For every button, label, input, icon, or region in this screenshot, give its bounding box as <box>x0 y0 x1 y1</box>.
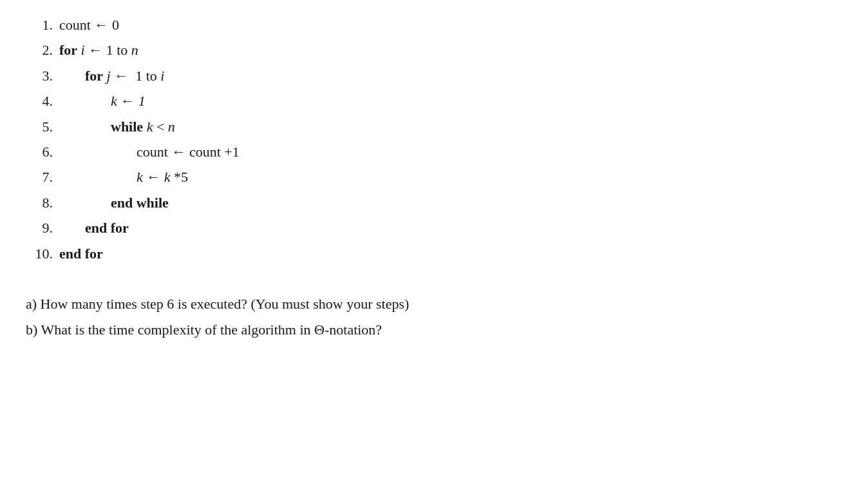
line-content-2: for i ← 1 to n <box>59 38 138 62</box>
line-content-6: count ← count +1 <box>59 140 240 164</box>
algo-line-4: 4. k ← 1 <box>26 89 842 113</box>
algo-line-5: 5. while k < n <box>26 115 842 139</box>
algo-line-10: 10. end for <box>26 242 842 265</box>
line-content-5: while k < n <box>59 115 175 139</box>
line-number-8: 8. <box>26 191 53 215</box>
algo-line-1: 1. count ← 0 <box>26 13 842 37</box>
line-number-9: 9. <box>26 216 53 240</box>
line-content-1: count ← 0 <box>59 13 119 37</box>
line-content-4: k ← 1 <box>59 89 146 113</box>
algorithm-block: 1. count ← 0 2. for i ← 1 to n 3. for j … <box>26 13 842 265</box>
line-content-10: end for <box>59 242 103 265</box>
question-a: a) How many times step 6 is executed? (Y… <box>26 291 842 317</box>
algo-line-9: 9. end for <box>26 216 842 240</box>
line-number-1: 1. <box>26 13 53 37</box>
line-number-3: 3. <box>26 64 53 88</box>
line-content-8: end while <box>59 191 169 215</box>
question-b: b) What is the time complexity of the al… <box>26 317 842 343</box>
line-number-2: 2. <box>26 38 53 62</box>
line-number-10: 10. <box>26 242 53 265</box>
algo-line-7: 7. k ← k *5 <box>26 165 842 189</box>
line-content-3: for j ← 1 to i <box>59 64 164 88</box>
line-number-4: 4. <box>26 89 53 113</box>
line-number-5: 5. <box>26 115 53 139</box>
algo-line-2: 2. for i ← 1 to n <box>26 38 842 62</box>
algo-line-3: 3. for j ← 1 to i <box>26 64 842 88</box>
line-number-7: 7. <box>26 165 53 189</box>
algo-line-6: 6. count ← count +1 <box>26 140 842 164</box>
algo-line-8: 8. end while <box>26 191 842 215</box>
line-number-6: 6. <box>26 140 53 164</box>
questions-block: a) How many times step 6 is executed? (Y… <box>26 291 842 342</box>
line-content-7: k ← k *5 <box>59 165 188 189</box>
line-content-9: end for <box>59 216 129 240</box>
